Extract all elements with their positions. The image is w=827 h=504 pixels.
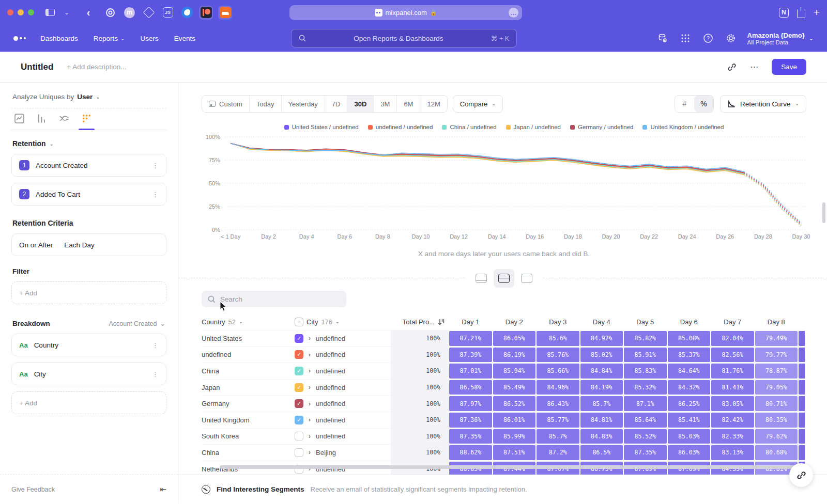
legend-item[interactable]: China / undefined bbox=[442, 124, 496, 130]
kebab-menu-icon[interactable]: ⋮ bbox=[152, 193, 159, 196]
patreon-extension-icon[interactable] bbox=[199, 6, 213, 20]
retention-value-cell[interactable]: 82.33% bbox=[711, 429, 754, 444]
day-column-header[interactable]: Day 5 bbox=[623, 318, 667, 326]
data-management-icon[interactable] bbox=[656, 32, 669, 44]
expand-chevron-icon[interactable]: › bbox=[309, 433, 311, 440]
project-selector[interactable]: Amazonia {Demo} All Project Data ⌄ bbox=[747, 32, 814, 45]
table-search-input[interactable]: Search bbox=[202, 291, 346, 307]
city-column-header[interactable]: – City 176 ⌄ bbox=[295, 318, 391, 326]
retention-value-cell[interactable]: 85.02% bbox=[580, 348, 623, 363]
retention-value-cell[interactable]: 81.76% bbox=[711, 364, 754, 379]
format-absolute-button[interactable]: # bbox=[675, 96, 694, 112]
day-column-header[interactable]: Day 4 bbox=[580, 318, 624, 326]
retention-value-cell[interactable]: 84.64% bbox=[668, 364, 711, 379]
day-column-header[interactable]: Day 3 bbox=[536, 318, 580, 326]
cube-extension-icon[interactable] bbox=[142, 6, 156, 20]
expand-chevron-icon[interactable]: › bbox=[309, 449, 311, 456]
format-percent-button[interactable]: % bbox=[694, 96, 713, 112]
retention-value-cell[interactable]: 87.21% bbox=[449, 331, 492, 346]
nav-link-events[interactable]: Events bbox=[174, 35, 195, 42]
retention-value-cell[interactable]: 85.6% bbox=[537, 331, 579, 346]
retention-value-cell[interactable]: 80.71% bbox=[755, 396, 798, 411]
retention-step-2[interactable]: 2Added To Cart⋮ bbox=[11, 183, 166, 206]
range-today[interactable]: Today bbox=[250, 96, 282, 112]
retention-value-cell[interactable]: 84.83% bbox=[580, 429, 623, 444]
new-tab-button[interactable]: + bbox=[814, 6, 820, 19]
country-cell[interactable]: China bbox=[202, 363, 295, 379]
criteria-on-or-after[interactable]: On or After bbox=[19, 241, 53, 249]
range-30d[interactable]: 30D bbox=[347, 96, 374, 112]
zoom-window-button[interactable] bbox=[28, 9, 34, 15]
country-cell[interactable]: South Korea bbox=[202, 429, 295, 445]
retention-value-cell[interactable]: 85.83% bbox=[624, 364, 667, 379]
retention-value-cell[interactable]: 85.32% bbox=[624, 380, 667, 395]
retention-value-cell[interactable]: 79.62% bbox=[755, 429, 798, 444]
series-checkbox[interactable] bbox=[295, 432, 303, 440]
close-window-button[interactable] bbox=[7, 9, 13, 15]
expand-chevron-icon[interactable]: › bbox=[309, 416, 311, 423]
url-more-icon[interactable]: ... bbox=[509, 8, 518, 18]
country-cell[interactable]: undefined bbox=[202, 347, 295, 363]
retention-value-cell[interactable]: 83.13% bbox=[711, 445, 754, 460]
retention-value-cell[interactable]: 85.99% bbox=[493, 429, 536, 444]
expand-chevron-icon[interactable]: › bbox=[309, 384, 311, 391]
legend-item[interactable]: United States / undefined bbox=[284, 124, 359, 130]
bird-extension-icon[interactable] bbox=[180, 6, 194, 20]
retention-value-cell[interactable]: 85.76% bbox=[537, 348, 579, 363]
day-column-header[interactable]: Day 7 bbox=[711, 318, 755, 326]
retention-value-cell[interactable]: 87.01% bbox=[449, 364, 492, 379]
give-feedback-link[interactable]: Give Feedback bbox=[11, 486, 55, 493]
retention-value-cell[interactable]: 78.87% bbox=[755, 364, 798, 379]
vertical-scrollbar[interactable] bbox=[822, 202, 825, 223]
add-description[interactable]: + Add description... bbox=[67, 63, 126, 71]
retention-value-cell[interactable]: 87.2% bbox=[537, 445, 579, 460]
retention-value-cell[interactable]: 86.5% bbox=[580, 445, 623, 460]
tab-insights[interactable] bbox=[14, 114, 24, 130]
retention-step-1[interactable]: 1Account Created⋮ bbox=[11, 154, 166, 177]
country-cell[interactable]: United Kingdom bbox=[202, 412, 295, 428]
retention-value-cell[interactable]: 86.05% bbox=[493, 331, 536, 346]
url-bar[interactable]: mixpanel.com 🔒 ... bbox=[289, 5, 522, 20]
range-custom[interactable]: Custom bbox=[202, 96, 250, 112]
range-12m[interactable]: 12M bbox=[420, 96, 447, 112]
day-column-header[interactable]: Day 8 bbox=[755, 318, 799, 326]
collapse-sidebar-icon[interactable]: ⇤ bbox=[160, 485, 166, 494]
apps-grid-icon[interactable] bbox=[679, 32, 692, 44]
settings-gear-icon[interactable] bbox=[725, 32, 737, 44]
nav-link-reports[interactable]: Reports⌄ bbox=[94, 35, 125, 42]
report-title[interactable]: Untitled bbox=[21, 62, 53, 72]
retention-value-cell[interactable]: 85.82% bbox=[624, 331, 667, 346]
retention-value-cell[interactable]: 85.41% bbox=[668, 413, 711, 428]
retention-value-cell[interactable]: 80.68% bbox=[755, 445, 798, 460]
retention-value-cell[interactable]: 81.41% bbox=[711, 380, 754, 395]
expand-chevron-icon[interactable]: › bbox=[309, 351, 311, 358]
retention-value-cell[interactable]: 85.94% bbox=[493, 364, 536, 379]
retention-value-cell[interactable]: 85.08% bbox=[668, 331, 711, 346]
kebab-menu-icon[interactable]: ⋮ bbox=[152, 373, 159, 375]
retention-value-cell[interactable]: 86.03% bbox=[668, 445, 711, 460]
retention-value-cell[interactable]: 87.35% bbox=[624, 445, 667, 460]
retention-value-cell[interactable]: 82.42% bbox=[711, 413, 754, 428]
legend-item[interactable]: Japan / undefined bbox=[506, 124, 561, 130]
retention-value-cell[interactable]: 86.19% bbox=[493, 348, 536, 363]
find-segments-title[interactable]: Find Interesting Segments bbox=[217, 485, 304, 493]
criteria-card[interactable]: On or After Each Day bbox=[11, 233, 166, 256]
retention-value-cell[interactable]: 85.91% bbox=[624, 348, 667, 363]
notion-icon[interactable]: N bbox=[779, 8, 789, 18]
soundcloud-extension-icon[interactable] bbox=[218, 6, 232, 20]
series-checkbox[interactable]: ✓ bbox=[295, 383, 303, 392]
back-button[interactable]: ‹ bbox=[82, 6, 95, 19]
view-split-button[interactable] bbox=[494, 269, 514, 288]
retention-value-cell[interactable]: 82.56% bbox=[711, 348, 754, 363]
retention-value-cell[interactable]: 82.04% bbox=[711, 331, 754, 346]
legend-item[interactable]: United Kingdom / undefined bbox=[642, 124, 724, 130]
retention-value-cell[interactable]: 87.36% bbox=[449, 413, 492, 428]
country-cell[interactable]: Japan bbox=[202, 380, 295, 396]
view-chart-only-button[interactable] bbox=[471, 269, 492, 288]
view-table-only-button[interactable] bbox=[516, 269, 537, 288]
retention-value-cell[interactable]: 85.77% bbox=[537, 413, 579, 428]
criteria-each-day[interactable]: Each Day bbox=[64, 241, 95, 249]
series-checkbox[interactable]: ✓ bbox=[295, 367, 303, 375]
copy-link-icon[interactable] bbox=[727, 62, 737, 72]
range-7d[interactable]: 7D bbox=[325, 96, 348, 112]
